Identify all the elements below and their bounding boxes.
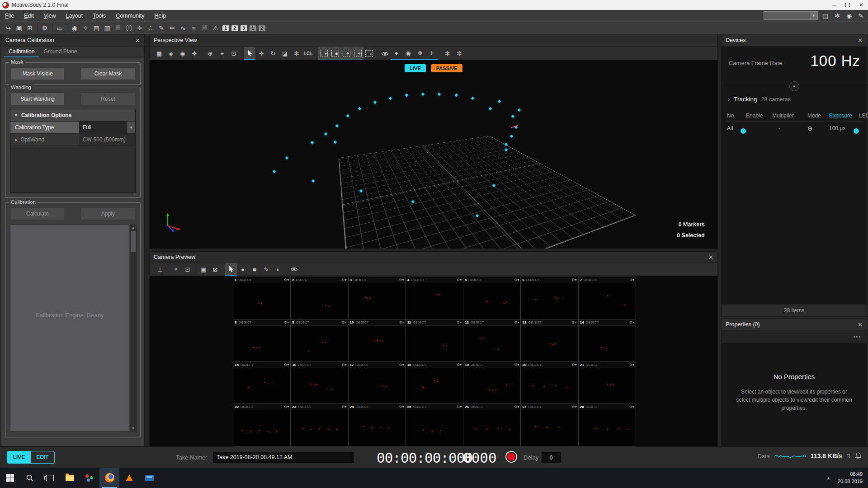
camera-cell-4[interactable]: 4OBJECT⚙▾ xyxy=(406,277,463,319)
gear-icon[interactable]: ⚙▾ xyxy=(572,320,577,324)
gear-icon[interactable]: ⚙▾ xyxy=(457,405,462,409)
tab-calibration[interactable]: Calibration xyxy=(4,47,39,57)
gear-icon[interactable]: ⚙▾ xyxy=(629,405,634,409)
frame-rate-value[interactable]: 100 Hz xyxy=(810,52,860,70)
tripod-icon[interactable]: ⊥ xyxy=(154,263,166,276)
display-icon[interactable]: ▭ xyxy=(54,22,65,34)
menu-edit[interactable]: Edit xyxy=(19,13,39,19)
viewport-3d[interactable]: LIVE PASSIVE 0 Markers 0 Selected xyxy=(150,60,717,249)
quick-select-combobox[interactable]: ▼ xyxy=(764,11,818,20)
column-header-exposure[interactable]: Exposure xyxy=(829,113,859,119)
list-icon[interactable]: ☰ xyxy=(113,22,123,34)
gear-icon[interactable]: ⚙▾ xyxy=(341,363,346,367)
show-rigidbodies-icon[interactable]: ❖ xyxy=(414,47,426,60)
wand-icon[interactable]: ✧ xyxy=(80,22,91,34)
edit-mode-button[interactable]: EDIT xyxy=(31,451,54,463)
chevron-right-icon[interactable]: › xyxy=(728,96,730,103)
menu-layout[interactable]: Layout xyxy=(61,13,88,19)
camera-cell-17[interactable]: 17OBJECT⚙▾ xyxy=(349,362,406,404)
zoom-in-icon[interactable]: ⊕ xyxy=(204,47,216,60)
close-icon[interactable]: ✕ xyxy=(708,254,713,260)
rigid-body-icon[interactable]: ✛ xyxy=(134,22,145,34)
gear-icon[interactable]: ⚙▾ xyxy=(284,320,289,324)
apply-button[interactable]: Apply xyxy=(81,208,135,220)
camera-cell-26[interactable]: 26OBJECT⚙▾ xyxy=(463,404,520,446)
zoom-region-icon[interactable]: ⌖ xyxy=(170,263,182,276)
chevron-down-icon[interactable]: ▼ xyxy=(127,122,135,133)
gear-icon[interactable]: ⚙▾ xyxy=(572,363,577,367)
clear-mask-button[interactable]: Clear Mask xyxy=(81,68,135,80)
taskbar-app-firefox[interactable] xyxy=(99,468,119,488)
devices-pane-icon[interactable]: ▤ xyxy=(822,12,828,19)
calibration-type-select[interactable]: Full ▼ xyxy=(79,122,135,133)
skeleton-icon[interactable]: ∴ xyxy=(145,22,156,34)
camera-cell-20[interactable]: 20OBJECT⚙▾ xyxy=(521,362,578,404)
camera-cell-13[interactable]: 13OBJECT⚙▾ xyxy=(521,319,578,361)
scroll-up-icon[interactable]: ▲ xyxy=(130,225,136,230)
show-cameras-icon[interactable]: ◉ xyxy=(402,47,414,60)
start-wanding-button[interactable]: Start Wanding xyxy=(11,93,64,105)
square-tool-icon[interactable]: ■ xyxy=(249,263,260,276)
calibration-options-header[interactable]: ▼ Calibration Options xyxy=(10,109,135,122)
gear-icon[interactable]: ⚙▾ xyxy=(629,278,634,282)
start-button[interactable] xyxy=(0,468,20,488)
camera-cell-28[interactable]: 28OBJECT⚙▾ xyxy=(579,404,636,446)
grid-view-icon[interactable]: ▦ xyxy=(153,47,165,60)
select-rigidbodies-icon[interactable]: ❖ xyxy=(341,47,352,61)
blob-tool-icon[interactable]: ◗ xyxy=(272,263,284,276)
pen-tool-icon[interactable]: ✎ xyxy=(260,263,272,276)
camera-view-icon[interactable]: ◉ xyxy=(177,47,189,60)
column-header-multiplier[interactable]: Multiplier xyxy=(772,113,807,119)
calculate-button[interactable]: Calculate xyxy=(11,208,64,220)
stepper-icon[interactable]: ⇅ xyxy=(846,453,851,459)
alert-icon[interactable]: ⚠ xyxy=(210,22,221,34)
circle-tool-icon[interactable]: ● xyxy=(237,263,249,276)
chevron-down-icon[interactable]: ▼ xyxy=(789,81,799,91)
select-cameras-icon[interactable]: ◉ xyxy=(330,47,341,61)
graph-icon[interactable]: ∿ xyxy=(178,22,189,34)
delay-input[interactable] xyxy=(542,452,561,463)
chevron-right-icon[interactable]: ▶ xyxy=(15,138,18,142)
edit-tools-icon[interactable]: ✎ xyxy=(156,22,167,34)
reset-button[interactable]: Reset xyxy=(81,93,135,105)
zoom-fit-icon[interactable]: ⊡ xyxy=(182,263,193,276)
menu-community[interactable]: Community xyxy=(111,13,149,19)
settings-icon[interactable]: ⚙ xyxy=(39,22,50,34)
select-markers-icon[interactable]: ● xyxy=(318,47,330,61)
tab-ground-plane[interactable]: Ground Plane xyxy=(39,47,81,57)
visibility-eye-icon[interactable] xyxy=(379,47,391,60)
scroll-down-icon[interactable]: ▼ xyxy=(130,426,136,431)
taskbar-chevron-icon[interactable]: ▲ xyxy=(826,476,830,480)
zoom-fit-icon[interactable]: ⊡ xyxy=(228,47,240,60)
camera-cell-23[interactable]: 23OBJECT⚙▾ xyxy=(291,404,348,446)
gear-icon[interactable]: ⚙▾ xyxy=(341,405,346,409)
camera-cell-21[interactable]: 21OBJECT⚙▾ xyxy=(579,362,636,404)
camera-calibration-icon[interactable]: ◉ xyxy=(69,22,80,34)
task-view-button[interactable] xyxy=(40,468,60,488)
show-skeletons-icon[interactable]: ✛ xyxy=(426,47,438,60)
streams-icon[interactable]: ❖ xyxy=(189,47,200,60)
camera-cell-16[interactable]: 16OBJECT⚙▾ xyxy=(291,362,348,404)
graph2-icon[interactable]: ≈ xyxy=(189,22,199,34)
close-icon[interactable]: ✕ xyxy=(858,322,863,328)
camera-cell-7[interactable]: 7OBJECT⚙▾ xyxy=(579,277,636,319)
tracking-group-row[interactable]: › Tracking 28 cameras xyxy=(728,96,791,103)
gear-icon[interactable]: ⚙▾ xyxy=(399,320,404,324)
pen-icon[interactable]: ✏ xyxy=(167,22,178,34)
taskbar-clock[interactable]: 08:49 20.08.2019 xyxy=(838,471,863,485)
follow-skeleton-icon[interactable]: ✻ xyxy=(291,47,302,60)
close-icon[interactable]: ✕ xyxy=(858,38,863,43)
gear-icon[interactable]: ⚙▾ xyxy=(514,278,519,282)
camera-pane-icon[interactable]: ◉ xyxy=(846,12,852,19)
camera-cell-6[interactable]: 6OBJECT⚙▾ xyxy=(521,277,578,319)
minimize-button[interactable] xyxy=(827,0,841,10)
translate-tool-icon[interactable]: ✛ xyxy=(255,47,267,60)
mode-icon[interactable]: ⊕ xyxy=(807,125,829,132)
antenna-icon[interactable]: ☵ xyxy=(199,22,210,34)
camera-cell-10[interactable]: 10OBJECT⚙▾ xyxy=(349,319,406,361)
scrollbar[interactable]: ▲ ▼ xyxy=(130,225,137,432)
column-header-led[interactable]: LED xyxy=(859,113,868,119)
layout-2-button[interactable]: 2 xyxy=(231,25,238,31)
gear-icon[interactable]: ⚙▾ xyxy=(284,278,289,282)
column-header-enable[interactable]: Enable xyxy=(746,113,772,119)
